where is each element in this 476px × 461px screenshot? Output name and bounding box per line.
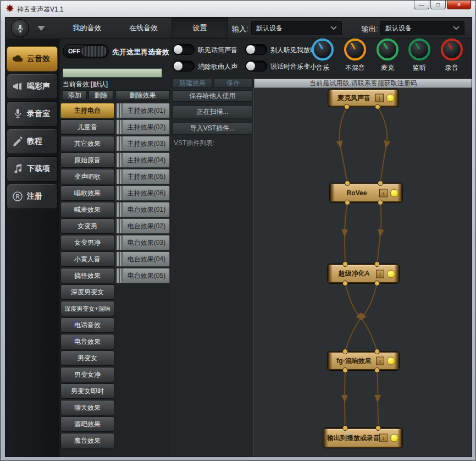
sub-effect-card[interactable]: 主持效果(05)	[115, 169, 170, 184]
effect-list-item[interactable]: 喊麦效果	[60, 202, 114, 217]
delete-sub-effect-button[interactable]: 删除效果	[115, 90, 170, 100]
node-reorder-icon[interactable]: ↕	[379, 189, 388, 197]
graph-node-fg-reverb[interactable]: fg-混响效果 ↕	[328, 352, 399, 370]
effect-list-item[interactable]: 深度男变女	[60, 284, 114, 300]
effect-list-item[interactable]: 儿童音	[60, 119, 114, 135]
node-enable-indicator[interactable]	[390, 189, 398, 197]
chevron-down-icon	[453, 24, 460, 32]
knob-needle	[383, 42, 388, 50]
node-reorder-icon[interactable]: ↕	[379, 434, 388, 442]
tutorial-pen-icon	[12, 135, 24, 147]
tab-my-effects[interactable]: 我的音效	[59, 18, 115, 39]
effect-list-item[interactable]: 电音效果	[60, 334, 114, 349]
node-reorder-icon[interactable]: ↕	[376, 357, 384, 365]
effect-list-item[interactable]: 小黄人音	[60, 251, 114, 267]
effect-list-item[interactable]: 魔音效果	[60, 433, 114, 448]
graph-node-output[interactable]: 输出到播放或录音 ↕	[323, 428, 402, 448]
delete-effect-button[interactable]: 删除	[88, 90, 113, 100]
input-device-select[interactable]: 默认设备	[251, 21, 342, 35]
sidebar-item-label: 云音效	[27, 54, 50, 64]
minimize-button[interactable]: —	[414, 1, 429, 9]
sidebar-item-tutorial[interactable]: 教程	[7, 129, 58, 154]
power-switch-knob	[81, 45, 107, 57]
output-label: 输出:	[362, 24, 378, 34]
import-vst-button[interactable]: 导入VST插件...	[173, 122, 252, 135]
output-device-select[interactable]: 默认设备	[380, 21, 464, 35]
sidebar-item-register[interactable]: R 注册	[7, 184, 58, 209]
node-enable-indicator[interactable]	[387, 270, 395, 278]
toggle-others-hear-music[interactable]	[245, 44, 267, 55]
effect-list-item[interactable]: 男变女即时	[60, 383, 114, 399]
toggle-hear-mic-label: 听见话筒声音	[198, 46, 237, 55]
sub-effect-card[interactable]: 主持效果(03)	[115, 136, 170, 151]
knob-needle	[447, 42, 452, 50]
titlebar[interactable]: 神舌变声器V1.1 — □ ×	[1, 1, 475, 17]
effect-list-item[interactable]: 酒吧效果	[60, 416, 114, 432]
save-for-others-button[interactable]: 保存给他人使用	[173, 90, 252, 102]
sub-effect-card[interactable]: 电台效果(05)	[115, 268, 170, 283]
sub-effect-card[interactable]: 电台效果(02)	[115, 218, 170, 234]
mic-logo-icon	[16, 24, 25, 33]
effect-list-item[interactable]: 电话音效	[60, 317, 114, 333]
effect-list-item[interactable]: 变声唱歌	[60, 169, 114, 184]
new-effect-button[interactable]: 新建效果	[173, 79, 212, 88]
music-knob-label: 音乐	[306, 63, 339, 73]
node-enable-indicator[interactable]	[390, 434, 398, 442]
level-meter	[63, 68, 162, 78]
graph-node-mic-input[interactable]: 麦克风声音 ↕	[328, 89, 398, 107]
music-note-icon	[12, 163, 24, 175]
monitor-knob[interactable]	[408, 39, 430, 61]
close-button[interactable]: ×	[447, 1, 471, 9]
toggle-duck-music[interactable]	[245, 61, 267, 72]
node-reorder-icon[interactable]: ↕	[375, 94, 384, 102]
effect-list-item[interactable]: 其它效果	[60, 136, 114, 151]
effect-list-item[interactable]: 主持电台	[60, 103, 114, 118]
effect-list-item[interactable]: 搞怪效果	[60, 268, 114, 283]
current-effect-label: 当前音效:[默认]	[63, 80, 108, 89]
effect-list-item[interactable]: 聊天效果	[60, 400, 114, 415]
effect-list-item[interactable]: 男变女净	[60, 367, 114, 382]
graph-node-super-purify[interactable]: 超级净化A ↕	[328, 264, 399, 283]
sub-effect-card[interactable]: 电台效果(03)	[115, 235, 170, 250]
node-enable-indicator[interactable]	[387, 357, 395, 365]
tab-settings[interactable]: 设置	[171, 18, 228, 39]
sub-effect-card[interactable]: 主持效果(06)	[115, 185, 170, 201]
input-device-value: 默认设备	[256, 24, 330, 33]
sub-effect-card[interactable]: 主持效果(01)	[115, 103, 170, 118]
effect-list-item[interactable]: 原始原音	[60, 152, 114, 168]
sidebar-item-downloads[interactable]: 下载项	[7, 156, 58, 182]
music-volume-knob[interactable]	[312, 39, 334, 61]
sidebar-item-cloud-effects[interactable]: 云音效	[7, 46, 58, 72]
effect-list-item[interactable]: 深度男变女+混响	[60, 301, 114, 316]
sub-effect-card[interactable]: 电台效果(04)	[115, 251, 170, 267]
effect-list-item[interactable]: 女变男	[60, 218, 114, 234]
effect-list-item[interactable]: 男变女	[60, 350, 114, 366]
add-effect-button[interactable]: 添加	[63, 90, 87, 100]
node-reorder-icon[interactable]: ↕	[376, 270, 384, 278]
node-graph-canvas[interactable]: 麦克风声音 ↕ RoVee ↕ 超级净化A ↕ fg-混响效果 ↕ 输出到播放或	[253, 88, 472, 457]
scanning-status-button[interactable]: 正在扫描...	[173, 106, 252, 118]
node-enable-indicator[interactable]	[386, 94, 395, 102]
sub-effect-card[interactable]: 主持效果(04)	[115, 152, 170, 168]
toggle-hear-mic[interactable]	[173, 44, 195, 55]
toggle-remove-vocals[interactable]	[173, 61, 195, 72]
sidebar-item-label: 教程	[27, 136, 42, 146]
cloud-icon	[12, 53, 24, 65]
tab-online-effects[interactable]: 在线音效	[115, 18, 171, 39]
maximize-button[interactable]: □	[430, 1, 446, 9]
graph-node-rovee[interactable]: RoVee ↕	[330, 183, 402, 202]
sub-effect-card[interactable]: 电台效果(01)	[115, 202, 170, 217]
sub-effect-card[interactable]: 主持效果(02)	[115, 119, 170, 135]
menu-dropdown-arrow-icon[interactable]	[37, 26, 45, 31]
record-knob[interactable]	[441, 39, 463, 61]
sidebar-item-recording-studio[interactable]: 录音室	[7, 101, 58, 127]
effect-list-item[interactable]: 唱歌效果	[60, 185, 114, 201]
app-menu-button[interactable]	[11, 19, 29, 37]
power-hint-label: 先开这里再选音效	[112, 47, 169, 57]
sidebar-item-cheers[interactable]: 喝彩声	[7, 74, 58, 99]
power-switch[interactable]: OFF	[63, 44, 109, 58]
mic-volume-knob[interactable]	[377, 39, 398, 61]
no-mix-knob[interactable]	[344, 39, 366, 61]
save-button[interactable]: 保存	[214, 79, 252, 88]
effect-list-item[interactable]: 女变男净	[60, 235, 114, 250]
